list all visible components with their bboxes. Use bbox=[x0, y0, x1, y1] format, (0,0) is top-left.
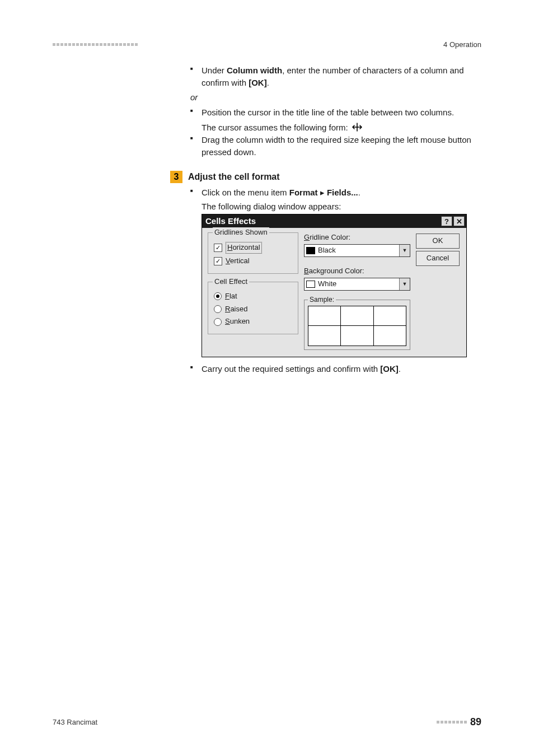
label-text: orizontal bbox=[232, 243, 260, 251]
header-ornament-left bbox=[53, 43, 138, 46]
cursor-form-note: The cursor assumes the following form: bbox=[190, 122, 481, 134]
label-text: lat bbox=[229, 292, 237, 300]
text: . bbox=[267, 78, 269, 87]
page-footer: 743 Rancimat 89 bbox=[53, 716, 481, 728]
cancel-button[interactable]: Cancel bbox=[416, 251, 460, 266]
checkbox-icon bbox=[214, 257, 222, 265]
group-legend: Cell Effect bbox=[213, 277, 249, 287]
dialog-close-button[interactable]: ✕ bbox=[453, 216, 465, 226]
list-item: Click on the menu item Format ▸ Fields..… bbox=[190, 186, 481, 357]
radio-icon bbox=[214, 318, 222, 326]
footer-product: 743 Rancimat bbox=[53, 718, 97, 726]
radio-icon bbox=[214, 305, 222, 313]
step-heading: 3 Adjust the cell format bbox=[190, 171, 481, 183]
background-color-combo[interactable]: White ▼ bbox=[304, 278, 410, 291]
label-text: ackground Color: bbox=[309, 267, 364, 275]
text: . bbox=[399, 364, 401, 374]
sunken-radio-row[interactable]: Sunken bbox=[214, 316, 293, 327]
color-swatch-icon bbox=[306, 281, 315, 288]
combo-value: Black bbox=[318, 245, 336, 256]
dialog-help-button[interactable]: ? bbox=[441, 216, 452, 226]
text: Click on the menu item bbox=[202, 188, 289, 197]
dialog-title: Cells Effects bbox=[205, 215, 256, 227]
color-swatch-icon bbox=[306, 247, 315, 254]
radio-icon bbox=[214, 292, 222, 300]
text: The following dialog window appears: bbox=[202, 200, 481, 213]
horizontal-checkbox-row[interactable]: Horizontal bbox=[214, 242, 293, 254]
bullet-list-1: Under Column width, enter the number of … bbox=[190, 64, 481, 89]
bullet-list-3: Drag the column width to the required si… bbox=[190, 134, 481, 158]
sample-preview: Sample: bbox=[304, 300, 410, 350]
text-bold: Format bbox=[289, 188, 318, 197]
footer-page-number: 89 bbox=[470, 716, 481, 728]
footer-ornament bbox=[437, 721, 467, 724]
text-bold: [OK] bbox=[249, 78, 267, 87]
text-bold: [OK] bbox=[380, 364, 399, 374]
text: Carry out the required settings and conf… bbox=[202, 364, 380, 374]
label-text: ertical bbox=[230, 256, 250, 265]
cells-effects-dialog: Cells Effects ? ✕ Gridlines Shown bbox=[202, 214, 467, 357]
mnemonic: G bbox=[304, 233, 310, 241]
text: ▸ bbox=[318, 188, 327, 197]
flat-radio-row[interactable]: Flat bbox=[214, 291, 293, 302]
chevron-down-icon: ▼ bbox=[399, 245, 410, 256]
ok-button[interactable]: OK bbox=[416, 234, 460, 249]
or-separator: or bbox=[190, 92, 481, 102]
gridlines-shown-group: Gridlines Shown Horizontal Vertical bbox=[208, 232, 298, 274]
sample-grid-icon bbox=[308, 306, 406, 346]
mnemonic: R bbox=[225, 305, 230, 313]
list-item: Drag the column width to the required si… bbox=[190, 134, 481, 158]
dialog-titlebar: Cells Effects ? ✕ bbox=[202, 214, 466, 228]
mnemonic: B bbox=[304, 267, 309, 275]
mnemonic: H bbox=[227, 243, 232, 251]
breadcrumb: 4 Operation bbox=[443, 40, 481, 49]
bullet-list-2: Position the cursor in the title line of… bbox=[190, 106, 481, 119]
raised-radio-row[interactable]: Raised bbox=[214, 304, 293, 315]
checkbox-icon bbox=[214, 244, 222, 252]
text-bold: Fields... bbox=[327, 188, 358, 197]
text: Under bbox=[202, 66, 227, 75]
text: The cursor assumes the following form: bbox=[202, 123, 348, 132]
label-text: unken bbox=[230, 317, 250, 325]
step-number-badge: 3 bbox=[170, 171, 182, 183]
mnemonic: V bbox=[226, 256, 230, 265]
step-title: Adjust the cell format bbox=[188, 171, 280, 183]
bullet-list-after: Carry out the required settings and conf… bbox=[190, 363, 481, 375]
list-item: Under Column width, enter the number of … bbox=[190, 64, 481, 89]
list-item: Carry out the required settings and conf… bbox=[190, 363, 481, 375]
list-item: Position the cursor in the title line of… bbox=[190, 106, 481, 119]
gridline-color-combo[interactable]: Black ▼ bbox=[304, 244, 410, 257]
resize-cursor-icon bbox=[352, 123, 363, 132]
text: . bbox=[358, 188, 360, 197]
sample-legend: Sample: bbox=[308, 295, 336, 305]
label-text: aised bbox=[230, 305, 247, 313]
label-text: ridline Color: bbox=[310, 233, 350, 241]
page-header: 4 Operation bbox=[53, 40, 481, 49]
mnemonic: F bbox=[225, 292, 229, 300]
vertical-checkbox-row[interactable]: Vertical bbox=[214, 256, 293, 267]
background-color-field: Background Color: White ▼ bbox=[304, 266, 410, 291]
text-bold: Column width bbox=[227, 66, 282, 75]
combo-value: White bbox=[318, 279, 336, 290]
chevron-down-icon: ▼ bbox=[399, 278, 410, 290]
bullet-list-step3: Click on the menu item Format ▸ Fields..… bbox=[190, 186, 481, 357]
gridline-color-field: Gridline Color: Black ▼ bbox=[304, 232, 410, 257]
group-legend: Gridlines Shown bbox=[213, 227, 269, 238]
cell-effect-group: Cell Effect Flat Raised bbox=[208, 282, 298, 335]
mnemonic: S bbox=[225, 317, 230, 325]
